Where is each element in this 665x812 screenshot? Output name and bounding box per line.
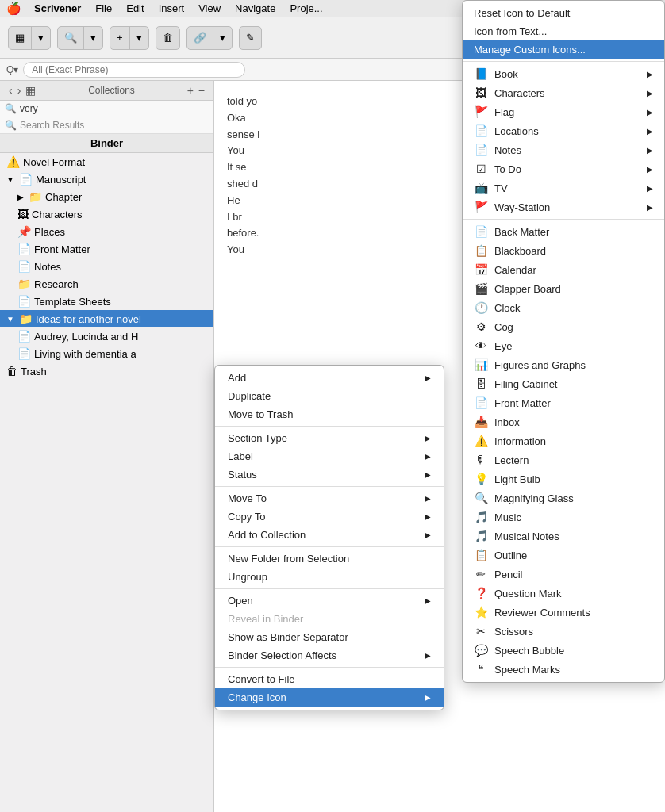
ctx-new-folder[interactable]: New Folder from Selection bbox=[215, 550, 444, 568]
icon-menu-book[interactable]: 📘 Book ▶ bbox=[463, 64, 664, 83]
view-dropdown-btn[interactable]: ▾ bbox=[32, 27, 50, 49]
ctx-copy-to[interactable]: Copy To ▶ bbox=[215, 508, 444, 526]
ctx-convert-to-file[interactable]: Convert to File bbox=[215, 670, 444, 688]
icon-menu-lectern[interactable]: 🎙 Lectern bbox=[463, 450, 664, 469]
icon-menu-outline[interactable]: 📋 Outline bbox=[463, 546, 664, 565]
menubar-scrivener[interactable]: Scrivener bbox=[28, 2, 87, 15]
icon-menu-eye[interactable]: 👁 Eye bbox=[463, 336, 664, 355]
ctx-move-to[interactable]: Move To ▶ bbox=[215, 489, 444, 508]
apple-menu[interactable]: 🍎 bbox=[6, 2, 21, 16]
binder-item-manuscript[interactable]: ▼ 📄 Manuscript bbox=[0, 170, 213, 188]
icon-menu-tv[interactable]: 📺 TV ▶ bbox=[463, 178, 664, 197]
icon-menu-question-mark[interactable]: ❓ Question Mark bbox=[463, 584, 664, 603]
menubar-edit[interactable]: Edit bbox=[120, 2, 150, 15]
nav-forward-btn[interactable]: › bbox=[15, 84, 24, 97]
icon-menu-calendar[interactable]: 📅 Calendar bbox=[463, 260, 664, 279]
filter-input[interactable] bbox=[20, 103, 209, 114]
nav-grid-btn[interactable]: ▦ bbox=[23, 84, 38, 97]
icon-menu-back-matter[interactable]: 📄 Back Matter bbox=[463, 222, 664, 241]
icon-menu-musical-notes[interactable]: 🎵 Musical Notes bbox=[463, 527, 664, 546]
icon-menu-reviewer-comments[interactable]: ⭐ Reviewer Comments bbox=[463, 603, 664, 622]
icon-menu-information[interactable]: ⚠️ Information bbox=[463, 431, 664, 450]
binder-item-template-sheets[interactable]: 📄 Template Sheets bbox=[0, 293, 213, 310]
search-results-label: Search Results bbox=[20, 120, 84, 131]
search-prefix[interactable]: Q▾ bbox=[6, 64, 18, 75]
view-toggle-btn[interactable]: ▦ bbox=[9, 27, 32, 49]
icon-menu-from-text[interactable]: Icon from Text... bbox=[463, 22, 664, 40]
icon-menu-clapper-board[interactable]: 🎬 Clapper Board bbox=[463, 279, 664, 298]
binder-item-research[interactable]: 📁 Research bbox=[0, 275, 213, 293]
icon-menu-magnifying-glass[interactable]: 🔍 Magnifying Glass bbox=[463, 488, 664, 508]
icon-menu-front-matter[interactable]: 📄 Front Matter bbox=[463, 393, 664, 412]
information-icon: ⚠️ bbox=[474, 435, 488, 447]
menubar-file[interactable]: File bbox=[89, 2, 118, 15]
ctx-label[interactable]: Label ▶ bbox=[215, 447, 444, 465]
add-dropdown-btn[interactable]: ▾ bbox=[130, 27, 148, 49]
search-btn[interactable]: 🔍 bbox=[58, 27, 84, 49]
ctx-status[interactable]: Status ▶ bbox=[215, 465, 444, 484]
binder-item-places[interactable]: 📌 Places bbox=[0, 223, 213, 240]
binder-item-characters[interactable]: 🖼 Characters bbox=[0, 205, 213, 223]
icon-menu-flag[interactable]: 🚩 Flag ▶ bbox=[463, 102, 664, 121]
search-input[interactable] bbox=[23, 62, 245, 78]
binder-item-novel-format[interactable]: ⚠️ Novel Format bbox=[0, 153, 213, 170]
ctx-add-to-collection[interactable]: Add to Collection ▶ bbox=[215, 526, 444, 544]
icon-menu-speech-bubble[interactable]: 💬 Speech Bubble bbox=[463, 641, 664, 660]
collections-add-btn[interactable]: + bbox=[185, 84, 196, 97]
icon-menu-figures[interactable]: 📊 Figures and Graphs bbox=[463, 355, 664, 374]
icon-menu-characters[interactable]: 🖼 Characters ▶ bbox=[463, 83, 664, 102]
icon-menu-manage-custom[interactable]: Manage Custom Icons... bbox=[463, 40, 664, 59]
ctx-change-icon[interactable]: Change Icon ▶ bbox=[215, 688, 444, 707]
add-btn[interactable]: + bbox=[110, 27, 130, 49]
icon-menu-music[interactable]: 🎵 Music bbox=[463, 508, 664, 527]
menubar-project[interactable]: Proje... bbox=[283, 2, 329, 15]
binder-item-trash[interactable]: 🗑 Trash bbox=[0, 362, 213, 380]
places-icon: 📌 bbox=[17, 225, 31, 238]
binder-item-ideas-folder[interactable]: ▼ 📁 Ideas for another novel bbox=[0, 310, 213, 327]
ctx-ungroup[interactable]: Ungroup bbox=[215, 568, 444, 586]
icon-menu-reset[interactable]: Reset Icon to Default bbox=[463, 4, 664, 22]
ctx-binder-selection[interactable]: Binder Selection Affects ▶ bbox=[215, 646, 444, 665]
binder-item-front-matter[interactable]: 📄 Front Matter bbox=[0, 240, 213, 258]
nav-back-btn[interactable]: ‹ bbox=[6, 84, 15, 97]
icon-menu-filing-cabinet[interactable]: 🗄 Filing Cabinet bbox=[463, 374, 664, 393]
icon-menu-inbox[interactable]: 📥 Inbox bbox=[463, 412, 664, 431]
ctx-open[interactable]: Open ▶ bbox=[215, 592, 444, 610]
menubar-view[interactable]: View bbox=[192, 2, 227, 15]
binder-item-notes[interactable]: 📄 Notes bbox=[0, 258, 213, 275]
icon-menu-blackboard[interactable]: 📋 Blackboard bbox=[463, 241, 664, 260]
icon-menu-clock[interactable]: 🕐 Clock bbox=[463, 298, 664, 317]
icon-menu-light-bulb[interactable]: 💡 Light Bulb bbox=[463, 469, 664, 488]
icon-menu-speech-marks[interactable]: ❝ Speech Marks bbox=[463, 660, 664, 679]
ctx-add[interactable]: Add ▶ bbox=[215, 369, 444, 387]
edit-btn[interactable]: ✎ bbox=[239, 26, 262, 50]
book-icon: 📘 bbox=[474, 67, 488, 80]
search-dropdown-btn[interactable]: ▾ bbox=[84, 27, 102, 49]
binder-item-audrey[interactable]: 📄 Audrey, Lucinda and H bbox=[0, 327, 213, 345]
link-btn[interactable]: 🔗 bbox=[187, 27, 213, 49]
icon-menu-scissors[interactable]: ✂ Scissors bbox=[463, 622, 664, 641]
research-icon: 📁 bbox=[17, 278, 31, 290]
collections-remove-btn[interactable]: − bbox=[196, 84, 207, 97]
question-mark-icon: ❓ bbox=[474, 587, 488, 599]
ctx-show-as-binder-sep[interactable]: Show as Binder Separator bbox=[215, 628, 444, 646]
delete-btn[interactable]: 🗑 bbox=[156, 26, 180, 50]
icon-menu-notes[interactable]: 📄 Notes ▶ bbox=[463, 140, 664, 159]
ctx-section-type[interactable]: Section Type ▶ bbox=[215, 429, 444, 447]
binder-item-chapter[interactable]: ▶ 📁 Chapter bbox=[0, 188, 213, 205]
collections-bar: ‹ › ▦ Collections + − bbox=[0, 81, 213, 101]
icon-menu-todo[interactable]: ☑ To Do ▶ bbox=[463, 159, 664, 178]
binder-item-living[interactable]: 📄 Living with dementia a bbox=[0, 345, 213, 362]
link-dropdown-btn[interactable]: ▾ bbox=[213, 27, 232, 49]
icon-menu-way-station[interactable]: 🚩 Way-Station ▶ bbox=[463, 197, 664, 216]
icon-menu-cog[interactable]: ⚙ Cog bbox=[463, 317, 664, 336]
way-station-icon: 🚩 bbox=[474, 201, 488, 213]
icon-menu-pencil[interactable]: ✏ Pencil bbox=[463, 565, 664, 584]
ctx-duplicate[interactable]: Duplicate bbox=[215, 387, 444, 405]
icon-menu-locations[interactable]: 📄 Locations ▶ bbox=[463, 121, 664, 140]
ctx-move-to-trash[interactable]: Move to Trash bbox=[215, 405, 444, 423]
menubar-insert[interactable]: Insert bbox=[152, 2, 191, 15]
reset-icon-label: Reset Icon to Default bbox=[474, 7, 653, 19]
figures-icon: 📊 bbox=[474, 358, 488, 371]
menubar-navigate[interactable]: Navigate bbox=[229, 2, 282, 15]
